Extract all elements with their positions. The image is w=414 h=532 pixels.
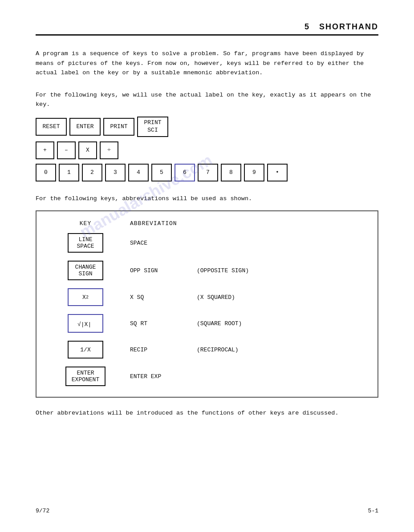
page: manualarchive.com 5 SHORTHAND A program … [0, 0, 414, 532]
intro-paragraph-3: For the following keys, abbreviations wi… [36, 194, 378, 204]
outro-paragraph: Other abbreviations will be introduced a… [36, 408, 378, 418]
chapter-title: 5 SHORTHAND [304, 22, 378, 32]
key-3[interactable]: 3 [105, 164, 126, 181]
table-row-enter-exp: ENTEREXPONENT ENTER EXP [50, 367, 364, 386]
table-header-row: KEY ABBREVIATION [50, 220, 364, 227]
tbl-key-x-sq[interactable]: X2 [68, 288, 103, 306]
key-plus[interactable]: + [36, 141, 54, 159]
key-divide[interactable]: ÷ [100, 141, 118, 159]
abbr-col-recip: RECIP [121, 347, 192, 353]
svg-text:√|X|: √|X| [77, 321, 91, 328]
key-col-change-sign: CHANGESIGN [50, 261, 121, 280]
page-footer: 9/72 5-1 [36, 508, 378, 514]
full-col-x-sq: (X SQUARED) [192, 294, 235, 301]
key-2[interactable]: 2 [82, 164, 102, 181]
footer-left: 9/72 [36, 508, 49, 514]
key-1[interactable]: 1 [59, 164, 79, 181]
tbl-key-change-sign[interactable]: CHANGESIGN [68, 261, 103, 280]
abbr-col-line-space: SPACE [121, 240, 192, 246]
tbl-key-recip[interactable]: 1/X [68, 341, 103, 359]
full-col-change-sign: (OPPOSITE SIGN) [192, 267, 249, 274]
chapter-number: 5 [304, 22, 310, 31]
key-col-recip: 1/X [50, 341, 121, 359]
full-col-recip: (RECIPROCAL) [192, 347, 239, 353]
key-row-1: RESET ENTER PRINT PRINTSCI [36, 117, 378, 137]
key-col-x-sq: X2 [50, 288, 121, 306]
abbreviation-table: KEY ABBREVIATION LINESPACE SPACE CHANGES… [36, 210, 378, 398]
intro-paragraph-1: A program is a sequence of keys to solve… [36, 49, 378, 78]
key-row-3: 0 1 2 3 4 5 6 7 8 9 • [36, 164, 378, 181]
tbl-key-line-space[interactable]: LINESPACE [68, 233, 103, 253]
key-8[interactable]: 8 [221, 164, 241, 181]
table-row-change-sign: CHANGESIGN OPP SIGN (OPPOSITE SIGN) [50, 261, 364, 280]
key-print[interactable]: PRINT [103, 118, 134, 136]
key-7[interactable]: 7 [198, 164, 218, 181]
abbr-col-change-sign: OPP SIGN [121, 267, 192, 274]
key-print-sci[interactable]: PRINTSCI [137, 117, 168, 137]
table-row-line-space: LINESPACE SPACE [50, 233, 364, 253]
col-header-key: KEY [50, 220, 121, 227]
key-multiply[interactable]: X [78, 141, 97, 159]
key-4[interactable]: 4 [128, 164, 149, 181]
tbl-key-enter-exp[interactable]: ENTEREXPONENT [65, 367, 106, 386]
col-header-abbr: ABBREVIATION [121, 220, 210, 227]
tbl-key-sq-rt[interactable]: √|X| [68, 314, 103, 333]
key-dot[interactable]: • [267, 164, 288, 181]
key-minus[interactable]: – [57, 141, 76, 159]
key-6[interactable]: 6 [175, 164, 195, 181]
header-rule [36, 34, 378, 36]
table-row-x-sq: X2 X SQ (X SQUARED) [50, 288, 364, 306]
full-col-sq-rt: (SQUARE ROOT) [192, 320, 242, 327]
table-row-recip: 1/X RECIP (RECIPROCAL) [50, 341, 364, 359]
footer-right: 5-1 [368, 508, 378, 514]
abbr-col-x-sq: X SQ [121, 294, 192, 301]
key-5[interactable]: 5 [151, 164, 172, 181]
key-9[interactable]: 9 [244, 164, 264, 181]
key-0[interactable]: 0 [36, 164, 56, 181]
intro-paragraph-2: For the following keys, we will use the … [36, 90, 378, 109]
key-enter[interactable]: ENTER [69, 118, 101, 136]
abbr-col-sq-rt: SQ RT [121, 320, 192, 327]
key-row-2: + – X ÷ [36, 141, 378, 159]
page-header: 5 SHORTHAND [36, 22, 378, 32]
key-col-enter-exp: ENTEREXPONENT [50, 367, 121, 386]
key-col-sq-rt: √|X| [50, 314, 121, 333]
key-col-line-space: LINESPACE [50, 233, 121, 253]
abbr-col-enter-exp: ENTER EXP [121, 373, 192, 380]
key-reset[interactable]: RESET [36, 118, 67, 136]
chapter-name: SHORTHAND [319, 22, 378, 31]
sqrt-label: √|X| [77, 317, 93, 330]
table-row-sq-rt: √|X| SQ RT (SQUARE ROOT) [50, 314, 364, 333]
